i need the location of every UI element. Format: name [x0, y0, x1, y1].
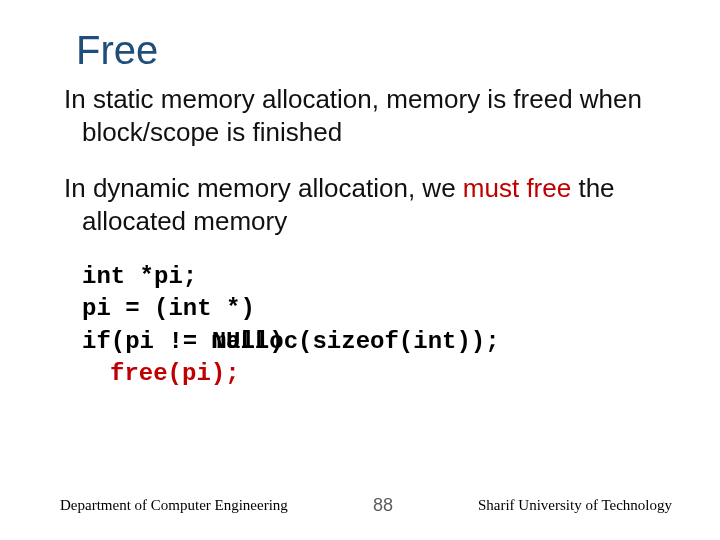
body-text: In static memory allocation, memory is f…	[48, 83, 672, 237]
bullet-item: In static memory allocation, memory is f…	[48, 83, 672, 148]
code-text: if(pi !=	[82, 328, 212, 355]
slide: Free In static memory allocation, memory…	[0, 0, 720, 540]
code-line: int *pi;	[82, 261, 672, 293]
bullet-text: In static memory allocation, memory is f…	[64, 84, 642, 147]
code-line: if(pi != NULL)malloc(sizeof(int));	[82, 326, 672, 358]
bullet-item: In dynamic memory allocation, we must fr…	[48, 172, 672, 237]
code-line: free(pi);	[110, 358, 672, 390]
code-text-over: malloc(sizeof(int));	[212, 326, 500, 358]
footer: Department of Computer Engineering 88 Sh…	[0, 495, 720, 516]
code-overlap: NULL)malloc(sizeof(int));	[212, 326, 284, 358]
footer-right: Sharif University of Technology	[478, 497, 672, 514]
slide-title: Free	[76, 28, 672, 73]
bullet-text-red: must free	[463, 173, 571, 203]
bullet-text-pre: In dynamic memory allocation, we	[64, 173, 463, 203]
page-number: 88	[373, 495, 393, 516]
footer-left: Department of Computer Engineering	[60, 497, 288, 514]
code-block: int *pi; pi = (int *) if(pi != NULL)mall…	[82, 261, 672, 391]
code-line: pi = (int *)	[82, 293, 672, 325]
